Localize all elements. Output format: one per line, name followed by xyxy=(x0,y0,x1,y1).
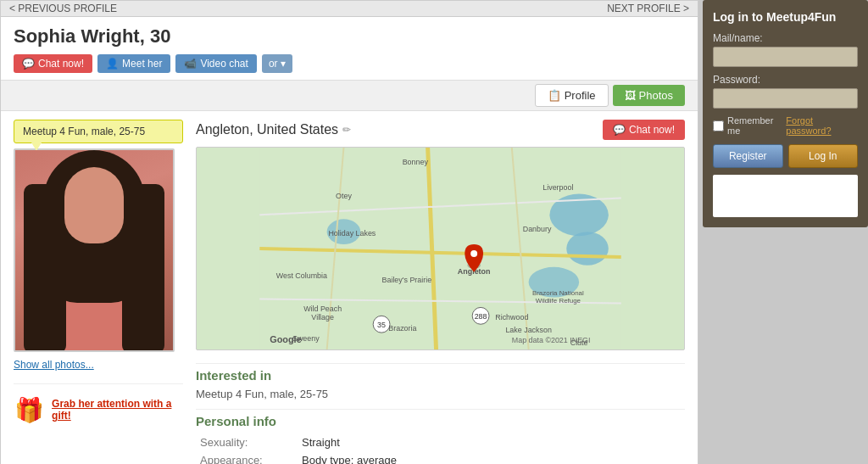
login-box: Log in to Meetup4Fun Mail/name: Password… xyxy=(703,0,868,227)
svg-point-33 xyxy=(470,250,477,257)
chat-icon-map: 💬 xyxy=(613,124,626,136)
password-label: Password: xyxy=(713,74,858,86)
or-button[interactable]: or ▾ xyxy=(262,54,292,73)
tabs-bar: 📋 Profile 🖼 Photos xyxy=(1,80,698,111)
svg-text:Wildlife Refuge: Wildlife Refuge xyxy=(536,297,581,305)
sidebar: Log in to Meetup4Fun Mail/name: Password… xyxy=(698,0,868,464)
svg-text:Danbury: Danbury xyxy=(523,225,552,233)
meet-her-button[interactable]: 👤 Meet her xyxy=(97,54,170,73)
prev-profile-link[interactable]: < PREVIOUS PROFILE xyxy=(9,3,117,14)
personal-info-title: Personal info xyxy=(196,409,685,428)
video-icon: 📹 xyxy=(184,58,197,70)
map-container: 35 288 Bonney Otey Liverpool Holiday xyxy=(196,147,685,350)
photos-tab-icon: 🖼 xyxy=(625,89,636,102)
svg-text:Lake Jackson: Lake Jackson xyxy=(505,326,552,334)
sexuality-label: Sexuality: xyxy=(196,433,298,451)
svg-text:Map data ©2021 INEGI: Map data ©2021 INEGI xyxy=(512,336,591,344)
remember-checkbox[interactable] xyxy=(713,120,724,131)
profile-header: Sophia Wright, 30 💬 Chat now! 👤 Meet her… xyxy=(1,17,698,80)
chat-now-label: Chat now! xyxy=(38,58,84,70)
tooltip-text: Meetup 4 Fun, male, 25-75 xyxy=(23,126,145,137)
video-chat-label: Video chat xyxy=(200,58,248,70)
top-navigation: < PREVIOUS PROFILE NEXT PROFILE > xyxy=(1,1,698,17)
svg-text:Bailey's Prairie: Bailey's Prairie xyxy=(382,276,432,284)
login-button[interactable]: Log In xyxy=(788,144,859,168)
location-text: Angleton, United States ✏ xyxy=(196,122,351,137)
register-button[interactable]: Register xyxy=(713,144,783,168)
svg-text:Holiday Lakes: Holiday Lakes xyxy=(328,229,376,238)
appearance-value: Body type: average xyxy=(298,451,685,464)
profile-body: Meetup 4 Fun, male, 25-75 Show all photo… xyxy=(1,111,698,464)
user-icon: 👤 xyxy=(106,58,119,70)
next-profile-link[interactable]: NEXT PROFILE > xyxy=(607,3,689,14)
table-row: Appearance: Body type: average xyxy=(196,451,685,464)
or-label: or ▾ xyxy=(269,58,286,70)
action-buttons: 💬 Chat now! 👤 Meet her 📹 Video chat or ▾ xyxy=(14,54,685,73)
tab-profile[interactable]: 📋 Profile xyxy=(535,84,609,107)
svg-text:Liverpool: Liverpool xyxy=(542,183,573,192)
gift-icon: 🎁 xyxy=(14,393,45,427)
gift-section: 🎁 Grab her attention with a gift! xyxy=(14,383,183,427)
svg-text:288: 288 xyxy=(475,312,487,321)
interested-in-value: Meetup 4 Fun, male, 25-75 xyxy=(196,388,685,400)
gift-link[interactable]: Grab her attention with a gift! xyxy=(52,398,183,422)
sexuality-value: Straight xyxy=(298,433,685,451)
photos-tab-label: Photos xyxy=(639,89,673,102)
mail-input[interactable] xyxy=(713,47,858,67)
profile-photo xyxy=(14,148,175,352)
remember-row: Remember me Forgot password? xyxy=(713,115,858,136)
location-bar: Angleton, United States ✏ 💬 Chat now! xyxy=(196,120,685,140)
profile-name: Sophia Wright, 30 xyxy=(14,25,685,48)
password-input[interactable] xyxy=(713,88,858,109)
personal-info-table: Sexuality: Straight Appearance: Body typ… xyxy=(196,433,685,464)
svg-text:Richwood: Richwood xyxy=(495,313,528,321)
svg-point-2 xyxy=(566,232,609,266)
meet-her-label: Meet her xyxy=(122,58,162,70)
edit-icon[interactable]: ✏ xyxy=(342,124,351,136)
video-chat-button[interactable]: 📹 Video chat xyxy=(175,54,257,73)
appearance-label: Appearance: xyxy=(196,451,298,464)
svg-text:Bonney: Bonney xyxy=(403,158,429,166)
show-all-photos-link[interactable]: Show all photos... xyxy=(14,359,183,371)
svg-text:West Columbia: West Columbia xyxy=(276,271,327,280)
login-actions: Register Log In xyxy=(713,144,858,168)
login-banner xyxy=(713,175,858,217)
forgot-password-link[interactable]: Forgot password? xyxy=(786,115,858,136)
profile-tab-icon: 📋 xyxy=(548,89,561,102)
chat-now-map-button[interactable]: 💬 Chat now! xyxy=(603,120,685,140)
svg-text:Brazoria: Brazoria xyxy=(388,324,416,333)
svg-text:Brazoria National: Brazoria National xyxy=(532,289,584,297)
chat-now-map-label: Chat now! xyxy=(629,124,675,136)
profile-tab-label: Profile xyxy=(565,89,596,102)
chat-icon: 💬 xyxy=(22,58,35,70)
location-name: Angleton, United States xyxy=(196,122,338,137)
svg-text:Otey: Otey xyxy=(336,192,352,200)
left-column: Meetup 4 Fun, male, 25-75 Show all photo… xyxy=(14,120,183,464)
svg-text:Village: Village xyxy=(311,313,334,321)
login-title: Log in to Meetup4Fun xyxy=(713,10,858,24)
mail-label: Mail/name: xyxy=(713,32,858,44)
interested-in-title: Interested in xyxy=(196,363,685,383)
right-column: Angleton, United States ✏ 💬 Chat now! xyxy=(196,120,685,464)
chat-now-button[interactable]: 💬 Chat now! xyxy=(14,54,92,73)
table-row: Sexuality: Straight xyxy=(196,433,685,451)
tab-photos[interactable]: 🖼 Photos xyxy=(613,85,685,106)
svg-text:35: 35 xyxy=(377,321,386,329)
remember-label: Remember me xyxy=(713,115,786,136)
svg-text:Google: Google xyxy=(270,334,302,344)
svg-text:Wild Peach: Wild Peach xyxy=(303,305,342,313)
tooltip-box: Meetup 4 Fun, male, 25-75 xyxy=(14,120,183,143)
